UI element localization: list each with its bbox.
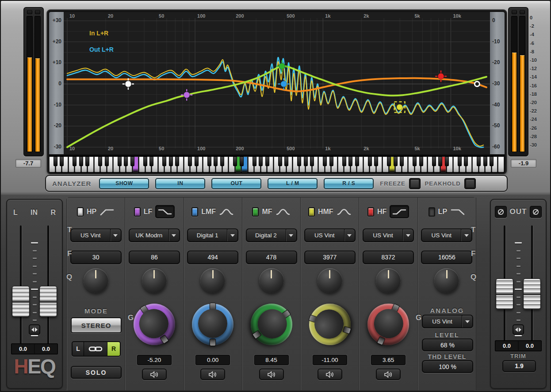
piano-key-black[interactable] xyxy=(323,156,327,166)
band-q-knob[interactable] xyxy=(259,268,284,293)
peakhold-toggle[interactable] xyxy=(464,178,476,189)
piano-key-black[interactable] xyxy=(214,156,218,166)
analyzer-lm-button[interactable]: L / M xyxy=(268,178,318,189)
piano-key-black[interactable] xyxy=(54,156,57,166)
piano-key-black[interactable] xyxy=(329,156,333,166)
band-listen-button[interactable] xyxy=(376,369,401,380)
piano-key-black[interactable] xyxy=(233,156,237,166)
piano-key-black[interactable] xyxy=(195,156,199,166)
band-listen-button[interactable] xyxy=(142,369,167,380)
band-gain-value[interactable]: 0.00 xyxy=(195,355,230,365)
band-q-knob[interactable] xyxy=(434,268,459,293)
piano-key-black[interactable] xyxy=(175,156,179,166)
piano-key-black[interactable] xyxy=(477,156,481,166)
piano-key-black[interactable] xyxy=(265,156,269,166)
analog-level-field[interactable]: 68 % xyxy=(422,339,473,351)
band-q-knob[interactable] xyxy=(318,268,342,293)
output-meter-value[interactable]: -1.9 xyxy=(511,159,536,167)
band-gain-value[interactable]: -11.00 xyxy=(313,355,347,365)
piano-key-black[interactable] xyxy=(348,156,352,166)
band-listen-button[interactable] xyxy=(318,369,342,380)
dropdown-arrow[interactable] xyxy=(110,229,121,241)
input-gain-value-r[interactable]: 0.0 xyxy=(35,344,57,354)
output-fader-left[interactable] xyxy=(495,225,514,346)
piano-key-black[interactable] xyxy=(169,156,173,166)
piano-key-black[interactable] xyxy=(304,156,308,166)
thd-level-field[interactable]: 100 % xyxy=(422,360,473,373)
piano-key-black[interactable] xyxy=(105,156,109,166)
band-q-knob[interactable] xyxy=(200,268,225,293)
band-gain-knob[interactable] xyxy=(192,304,233,345)
piano-key-black[interactable] xyxy=(130,156,134,166)
link-left-segment[interactable]: L xyxy=(73,342,84,356)
piano-key-black[interactable] xyxy=(374,156,378,166)
band-enable-led[interactable] xyxy=(252,207,259,217)
piano-key-black[interactable] xyxy=(387,156,391,166)
piano-key-black[interactable] xyxy=(207,156,211,166)
eq-plot[interactable]: 1020501002005001k2k5k10k 102050100200500… xyxy=(64,12,490,154)
piano-key-black[interactable] xyxy=(143,156,147,166)
analyzer-out-button[interactable]: OUT xyxy=(211,178,261,189)
piano-key-black[interactable] xyxy=(310,156,314,166)
analyzer-rs-button[interactable]: R / S xyxy=(324,178,374,189)
band-q-knob[interactable] xyxy=(84,268,108,293)
freeze-toggle[interactable] xyxy=(409,178,421,189)
piano-key-black[interactable] xyxy=(368,156,372,166)
band-enable-led[interactable] xyxy=(308,207,315,217)
piano-key-black[interactable] xyxy=(297,156,301,166)
band-type-dropdown[interactable]: UK Modrn xyxy=(129,228,180,242)
dropdown-arrow[interactable] xyxy=(168,229,179,241)
band-frequency-field[interactable]: 30 xyxy=(70,251,122,264)
fader-thumb[interactable] xyxy=(523,278,541,309)
input-fader-right[interactable] xyxy=(39,225,57,346)
piano-key-black[interactable] xyxy=(458,156,462,166)
band-type-dropdown[interactable]: US Vint xyxy=(304,228,356,242)
stereo-mode-button[interactable]: STEREO xyxy=(71,317,122,333)
piano-key-black[interactable] xyxy=(419,156,423,166)
band-gain-knob[interactable] xyxy=(134,304,175,345)
band-type-dropdown[interactable]: Digital 1 xyxy=(187,228,238,242)
piano-key-black[interactable] xyxy=(162,156,166,166)
band-enable-led[interactable] xyxy=(429,207,435,217)
band-q-knob[interactable] xyxy=(142,268,167,293)
band-type-dropdown[interactable]: Digital 2 xyxy=(246,228,297,242)
band-gain-value[interactable]: 3.65 xyxy=(371,355,406,365)
piano-key-black[interactable] xyxy=(79,156,83,166)
link-chain-segment[interactable] xyxy=(84,342,107,356)
piano-key-black[interactable] xyxy=(438,156,442,166)
band-enable-led[interactable] xyxy=(367,207,374,217)
input-meter-value[interactable]: -7.7 xyxy=(15,159,41,167)
link-right-segment[interactable]: R xyxy=(107,342,120,356)
piano-key-black[interactable] xyxy=(118,156,122,166)
dropdown-arrow[interactable] xyxy=(461,229,471,241)
piano-key-black[interactable] xyxy=(342,156,346,166)
dropdown-arrow[interactable] xyxy=(286,229,296,241)
fader-thumb[interactable] xyxy=(12,286,30,317)
analog-type-dropdown[interactable]: US Vint xyxy=(422,315,473,328)
filter-shape-button[interactable] xyxy=(155,205,175,218)
piano-key-black[interactable] xyxy=(284,156,288,166)
piano-key-black[interactable] xyxy=(464,156,468,166)
piano-key-black[interactable] xyxy=(355,156,359,166)
fader-thumb[interactable] xyxy=(39,286,57,317)
piano-key-black[interactable] xyxy=(400,156,404,166)
dropdown-arrow[interactable] xyxy=(344,229,355,241)
band-frequency-field[interactable]: 86 xyxy=(129,251,180,264)
output-fader-right[interactable] xyxy=(523,225,541,346)
band-enable-led[interactable] xyxy=(77,207,84,217)
piano-key-black[interactable] xyxy=(253,156,256,166)
dropdown-arrow[interactable] xyxy=(227,229,237,241)
trim-value-field[interactable]: 1.9 xyxy=(502,360,536,372)
piano-key-black[interactable] xyxy=(483,156,487,166)
band-type-dropdown[interactable]: US Vint xyxy=(421,228,472,242)
band-frequency-field[interactable]: 16056 xyxy=(421,251,472,264)
band-frequency-field[interactable]: 494 xyxy=(187,251,238,264)
piano-key-black[interactable] xyxy=(278,156,282,166)
piano-key-black[interactable] xyxy=(432,156,436,166)
clip-indicator[interactable] xyxy=(512,10,517,14)
dropdown-arrow[interactable] xyxy=(462,316,472,327)
phase-invert-right-button[interactable] xyxy=(530,206,542,218)
piano-key-black[interactable] xyxy=(490,156,494,166)
band-frequency-field[interactable]: 478 xyxy=(246,251,297,264)
band-type-dropdown[interactable]: US Vint xyxy=(70,228,122,242)
